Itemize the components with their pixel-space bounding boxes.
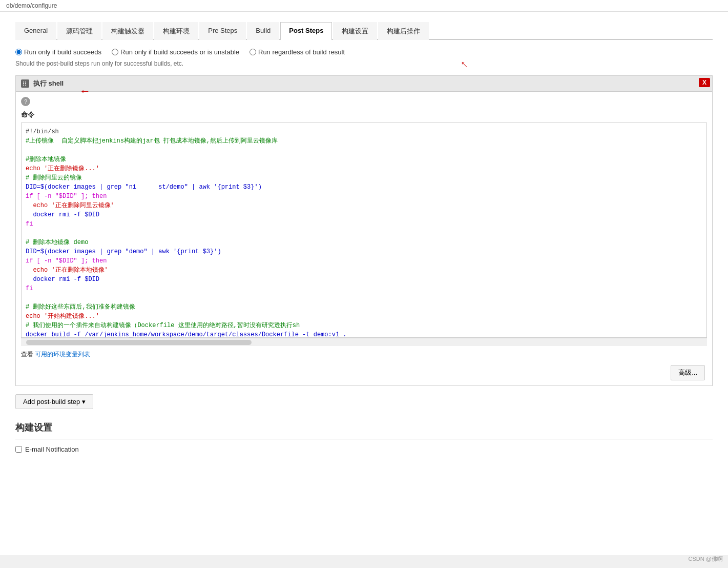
radio-input3[interactable] bbox=[249, 49, 256, 55]
build-settings-section: 构建设置 E-mail Notification bbox=[15, 421, 713, 453]
shell-block: 执行 shell X ? 命令 #!/bin/sh #上传镜像 自定义脚本把je… bbox=[15, 75, 713, 386]
breadcrumb: ob/demo/configure bbox=[0, 0, 728, 12]
code-line: DID=$(docker images | grep "demo" | awk … bbox=[26, 247, 702, 256]
section-title: 构建设置 bbox=[15, 421, 713, 434]
tab-postbuild[interactable]: 构建后操作 bbox=[378, 22, 429, 40]
shell-title: 执行 shell bbox=[33, 79, 64, 88]
code-line: echo '开始构建镜像...' bbox=[26, 312, 702, 321]
hint-text: Should the post-build steps run only for… bbox=[15, 60, 713, 67]
code-line bbox=[26, 293, 702, 302]
add-step-label: Add post-build step bbox=[23, 398, 80, 405]
env-vars-link-anchor[interactable]: 可用的环境变量列表 bbox=[35, 351, 90, 358]
code-line: #上传镜像 自定义脚本把jenkins构建的jar包 打包成本地镜像,然后上传到… bbox=[26, 136, 702, 146]
svg-point-4 bbox=[23, 85, 24, 86]
svg-point-2 bbox=[23, 83, 24, 84]
code-line: if [ -n "$DID" ]; then bbox=[26, 192, 702, 201]
tab-build[interactable]: Build bbox=[247, 22, 279, 40]
svg-point-5 bbox=[25, 85, 26, 86]
svg-point-3 bbox=[25, 83, 26, 84]
scrollbar-track bbox=[26, 340, 252, 345]
code-line bbox=[26, 229, 702, 238]
code-line: DID=$(docker images | grep "ni st/demo" … bbox=[26, 182, 702, 192]
code-line: echo '正在删除本地镜像' bbox=[26, 266, 702, 275]
close-button[interactable]: X bbox=[699, 78, 710, 87]
code-line: #!/bin/sh bbox=[26, 127, 702, 136]
tab-general[interactable]: General bbox=[15, 22, 56, 40]
shell-header: 执行 shell bbox=[16, 76, 712, 92]
tab-buildsettings[interactable]: 构建设置 bbox=[333, 22, 377, 40]
tab-poststeps[interactable]: Post Steps bbox=[280, 22, 332, 40]
env-vars-link: 查看 可用的环境变量列表 bbox=[21, 350, 707, 359]
email-notification-label[interactable]: E-mail Notification bbox=[15, 445, 713, 453]
scrollbar-area bbox=[21, 338, 707, 346]
help-icon[interactable]: ? bbox=[21, 97, 30, 106]
code-line: echo '正在删除镜像...' bbox=[26, 164, 702, 173]
svg-point-1 bbox=[25, 82, 26, 83]
radio-group: Run only if build succeeds Run only if b… bbox=[15, 48, 713, 56]
dropdown-icon: ▾ bbox=[82, 398, 86, 405]
email-notification-checkbox[interactable] bbox=[15, 446, 22, 453]
code-line: docker build -f /var/jenkins_home/worksp… bbox=[26, 330, 702, 338]
code-line: docker rmi -f $DID bbox=[26, 275, 702, 284]
radio-input1[interactable] bbox=[15, 49, 22, 55]
code-line: # 删除好这些东西后,我们准备构建镜像 bbox=[26, 302, 702, 312]
advanced-btn-row: 高级... bbox=[21, 365, 707, 380]
code-line: # 删除本地镜像 demo bbox=[26, 238, 702, 247]
svg-point-0 bbox=[23, 82, 24, 83]
code-line: #删除本地镜像 bbox=[26, 155, 702, 164]
tab-bar: General 源码管理 构建触发器 构建环境 Pre Steps Build … bbox=[15, 22, 713, 40]
main-content: General 源码管理 构建触发器 构建环境 Pre Steps Build … bbox=[0, 12, 728, 555]
drag-icon bbox=[21, 79, 29, 88]
code-line: echo '正在删除阿里云镜像' bbox=[26, 201, 702, 210]
code-line: # 删除阿里云的镜像 bbox=[26, 173, 702, 182]
tab-trigger[interactable]: 构建触发器 bbox=[102, 22, 153, 40]
email-notification-text: E-mail Notification bbox=[25, 445, 79, 453]
add-step-button[interactable]: Add post-build step ▾ bbox=[15, 394, 93, 409]
radio-option3[interactable]: Run regardless of build result bbox=[249, 48, 345, 56]
code-line: fi bbox=[26, 284, 702, 293]
code-line: fi bbox=[26, 219, 702, 229]
code-line bbox=[26, 146, 702, 155]
add-step-row: Add post-build step ▾ bbox=[15, 394, 713, 409]
tab-env[interactable]: 构建环境 bbox=[154, 22, 198, 40]
shell-body: ? 命令 #!/bin/sh #上传镜像 自定义脚本把jenkins构建的jar… bbox=[16, 92, 712, 386]
radio-option2[interactable]: Run only if build succeeds or is unstabl… bbox=[112, 48, 239, 56]
radio-input2[interactable] bbox=[112, 49, 118, 55]
radio-option1[interactable]: Run only if build succeeds bbox=[15, 48, 101, 56]
code-line: docker rmi -f $DID bbox=[26, 210, 702, 219]
tab-source[interactable]: 源码管理 bbox=[57, 22, 101, 40]
advanced-button[interactable]: 高级... bbox=[671, 365, 705, 380]
cmd-label: 命令 bbox=[21, 110, 707, 119]
content-wrapper: General 源码管理 构建触发器 构建环境 Pre Steps Build … bbox=[15, 22, 713, 453]
tab-presteps[interactable]: Pre Steps bbox=[199, 22, 246, 40]
code-editor[interactable]: #!/bin/sh #上传镜像 自定义脚本把jenkins构建的jar包 打包成… bbox=[21, 123, 707, 338]
code-line: if [ -n "$DID" ]; then bbox=[26, 256, 702, 266]
code-line: # 我们使用的一个插件来自动构建镜像（Dockerfile 这里使用的绝对路径,… bbox=[26, 321, 702, 330]
section-divider bbox=[15, 439, 713, 439]
